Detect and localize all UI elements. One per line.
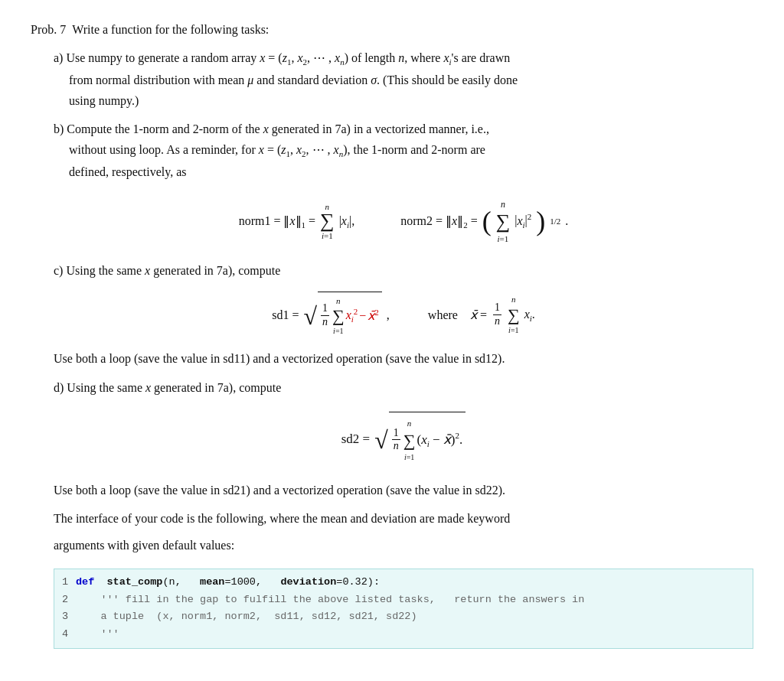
sigma-d-bottom: i=1 (404, 449, 414, 466)
line-content-3: a tuple (x, norm1, norm2, sd11, sd12, sd… (76, 608, 753, 626)
sigma-c1-char: ∑ (332, 308, 345, 324)
sigma-c2-char: ∑ (508, 307, 520, 324)
sigma-d: n ∑ i=1 (403, 414, 416, 466)
sigma-c1-bottom: i=1 (333, 324, 343, 337)
part-d-text: Using the same x generated in 7a), compu… (67, 381, 281, 394)
sd1-xi2: xi2 (346, 305, 358, 327)
sigma-d-char: ∑ (403, 432, 416, 449)
sigma-c2-bottom: i=1 (508, 324, 518, 337)
line-num-4: 4 (54, 626, 76, 644)
parts-container: a) Use numpy to generate a random array … (54, 47, 753, 649)
sd1-formula: sd1 = √ 1 n n ∑ i=1 (272, 292, 390, 338)
norm1-body: |xi|, (339, 210, 355, 233)
code-line-1: 1 def stat_comp(n, mean=1000, deviation=… (54, 574, 753, 591)
part-c-note: Use both a loop (save the value in sd11)… (54, 348, 753, 369)
paren-close: ) (536, 207, 545, 235)
part-d-label: d) (54, 381, 64, 394)
sd1-sqrt: √ 1 n n ∑ i=1 xi2 (303, 292, 381, 338)
sd2-term: (xi − x̄)2. (416, 425, 462, 454)
sqrt-content1: 1 n n ∑ i=1 xi2 − x̄2 (318, 292, 382, 338)
part-b: b) Compute the 1-norm and 2-norm of the … (54, 119, 753, 246)
sd1-minus: − (359, 305, 366, 326)
part-c: c) Using the same x generated in 7a), co… (54, 260, 753, 370)
part-b-line3: defined, respectively, as (69, 161, 753, 182)
prob-title: Write a function for the following tasks… (72, 23, 269, 37)
frac-1n-2: 1 n (493, 301, 501, 328)
frac-num1: 1 (321, 302, 329, 316)
frac-den3: n (392, 440, 400, 453)
interface-text2: arguments with given default values: (54, 535, 753, 556)
page-container: Prob. 7 Write a function for the followi… (31, 23, 753, 649)
norm2-label: norm2 = ‖x‖2 = (400, 210, 477, 233)
prob-header: Prob. 7 Write a function for the followi… (31, 23, 753, 37)
norm2-formula: norm2 = ‖x‖2 = ( n ∑ i=1 |xi|2 ) 1/2 . (400, 197, 568, 246)
norm-formulas: norm1 = ‖x‖1 = n ∑ i=1 |xi|, norm2 = ‖x‖… (54, 197, 753, 246)
code-line-4: 4 ''' (54, 626, 753, 644)
sigma2-top: n (501, 197, 505, 212)
sd1-label: sd1 = (272, 305, 299, 325)
part-c-text: Using the same x generated in 7a), compu… (66, 264, 280, 277)
sd1-formula-row: sd1 = √ 1 n n ∑ i=1 (54, 292, 753, 338)
norm2-power: 1/2 (550, 214, 560, 229)
line-num-3: 3 (54, 608, 76, 626)
frac-den1: n (321, 316, 329, 329)
where-label: where (428, 305, 458, 325)
sigma-c1: n ∑ i=1 (332, 294, 345, 338)
line-num-1: 1 (54, 574, 76, 591)
sd2-label: sd2 = (341, 425, 370, 453)
sigma-c2: n ∑ i=1 (508, 292, 520, 337)
sqrt-sign2: √ (374, 428, 388, 452)
part-d: d) Using the same x generated in 7a), co… (54, 377, 753, 501)
part-b-text: Compute the 1-norm and 2-norm of the x g… (67, 122, 489, 135)
xbar-formula: where x̄ = 1 n n ∑ i=1 xi. (428, 292, 535, 337)
sd1-xbar2: x̄2 (368, 305, 379, 327)
code-line-2: 2 ''' fill in the gap to fulfill the abo… (54, 591, 753, 609)
sd2-formula-display: sd2 = √ 1 n n ∑ i=1 (54, 412, 753, 466)
part-a-text: Use numpy to generate a random array x =… (66, 51, 510, 64)
part-a-label: a) (54, 51, 63, 64)
prob-number: Prob. 7 (31, 23, 66, 37)
part-b-line2: without using loop. As a reminder, for x… (69, 139, 753, 161)
sigma2-char: ∑ (496, 212, 511, 232)
norm1-label: norm1 = ‖x‖1 = (239, 210, 315, 233)
sigma2-bottom: i=1 (498, 232, 509, 246)
sd2-sqrt: √ 1 n n ∑ i=1 (xi − x̄)2. (374, 412, 466, 466)
paren-open: ( (482, 207, 492, 235)
part-a-line3: using numpy.) (69, 90, 753, 111)
interface-text: The interface of your code is the follow… (54, 508, 753, 529)
line-content-2: ''' fill in the gap to fulfill the above… (76, 591, 753, 609)
xbar-xi: xi. (524, 304, 535, 326)
xbar-symbol: x̄ = (470, 305, 487, 325)
frac-num2: 1 (493, 301, 501, 315)
sigma-d-top: n (407, 414, 412, 432)
norm1-formula: norm1 = ‖x‖1 = n ∑ i=1 |xi|, (239, 202, 355, 240)
sd2-formula: sd2 = √ 1 n n ∑ i=1 (341, 412, 466, 466)
sigma1-bottom: i=1 (322, 231, 333, 240)
frac-1n-3: 1 n (392, 427, 400, 454)
sd1-comma: , (387, 305, 390, 325)
part-a: a) Use numpy to generate a random array … (54, 47, 753, 111)
line-content-1: def stat_comp(n, mean=1000, deviation=0.… (76, 574, 753, 591)
sigma1-char: ∑ (320, 211, 335, 231)
part-c-label: c) (54, 264, 63, 277)
sqrt-sign1: √ (303, 304, 317, 328)
part-a-line2: from normal distribution with mean μ and… (69, 70, 753, 90)
frac-1n: 1 n (321, 302, 329, 329)
frac-num3: 1 (392, 427, 400, 441)
sqrt-content2: 1 n n ∑ i=1 (xi − x̄)2. (389, 412, 466, 466)
line-content-4: ''' (76, 626, 753, 644)
line-num-2: 2 (54, 591, 76, 609)
frac-den2: n (493, 315, 501, 328)
norm2-body: |xi|2 (514, 210, 531, 232)
code-line-3: 3 a tuple (x, norm1, norm2, sd11, sd12, … (54, 608, 753, 626)
code-block: 1 def stat_comp(n, mean=1000, deviation=… (54, 569, 753, 650)
period: . (565, 210, 568, 231)
part-d-note: Use both a loop (save the value in sd21)… (54, 480, 753, 500)
part-b-label: b) (54, 122, 64, 135)
sigma1: n ∑ i=1 (320, 202, 335, 240)
